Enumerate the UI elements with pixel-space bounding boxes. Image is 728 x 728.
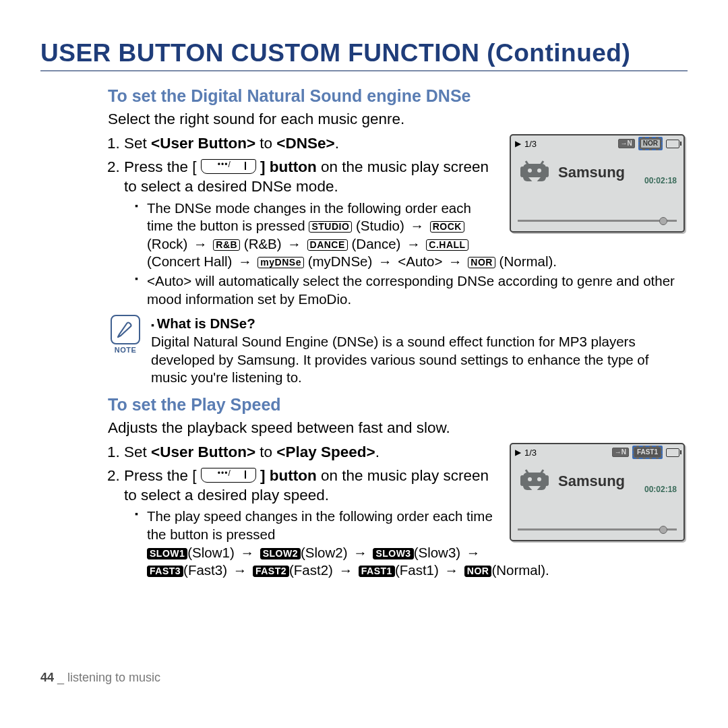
- tag-chall: C.HALL: [426, 239, 468, 251]
- tag-nor2: NOR: [464, 566, 492, 577]
- tag-slow3: SLOW3: [373, 548, 413, 559]
- play-icon: ▶: [515, 139, 521, 148]
- page-title: USER BUTTON CUSTOM FUNCTION (Continued): [40, 39, 688, 71]
- svg-point-11: [528, 477, 532, 481]
- tag-fast3: FAST3: [147, 566, 183, 577]
- elapsed-time: 00:02:18: [644, 176, 677, 185]
- arrow-indicator: →N: [612, 448, 629, 457]
- tag-studio: STUDIO: [309, 221, 352, 233]
- track-counter: 1/3: [524, 139, 537, 149]
- chapter-name: listening to music: [67, 671, 160, 684]
- page-footer: 44 _ listening to music: [40, 671, 160, 685]
- robot-icon: [516, 463, 553, 499]
- user-button-icon: [201, 159, 256, 174]
- svg-point-4: [537, 169, 541, 173]
- tag-rock: ROCK: [430, 221, 464, 233]
- page-number: 44: [40, 671, 54, 684]
- dnse-heading: To set the Digital Natural Sound engine …: [108, 86, 688, 106]
- note-question: What is DNSe?: [151, 315, 688, 333]
- tag-slow2: SLOW2: [260, 548, 301, 559]
- tag-dance: DANCE: [307, 239, 348, 251]
- svg-rect-10: [545, 475, 549, 486]
- dnse-indicator-highlight: NOR: [638, 137, 663, 150]
- robot-icon: [516, 154, 553, 191]
- playspeed-intro: Adjusts the playback speed between fast …: [108, 419, 688, 437]
- svg-rect-9: [520, 475, 524, 486]
- note-icon: [111, 315, 140, 344]
- tag-mydnse: myDNSe: [257, 257, 304, 268]
- dnse-intro: Select the right sound for each music ge…: [108, 110, 688, 129]
- playspeed-heading: To set the Play Speed: [108, 395, 688, 415]
- svg-rect-2: [545, 166, 549, 177]
- svg-point-12: [537, 477, 541, 481]
- svg-rect-1: [520, 166, 524, 177]
- speed-indicator-highlight: FAST1: [632, 446, 663, 459]
- svg-point-3: [528, 169, 532, 173]
- note-block: NOTE What is DNSe? Digital Natural Sound…: [108, 315, 688, 387]
- tag-fast1: FAST1: [359, 566, 395, 577]
- user-button-icon: [201, 468, 256, 483]
- tag-nor: NOR: [468, 257, 495, 268]
- playspeed-bullet-order: The play speed changes in the following …: [138, 508, 688, 580]
- note-label: NOTE: [108, 346, 143, 354]
- elapsed-time: 00:02:18: [644, 485, 677, 494]
- battery-icon: [666, 140, 679, 148]
- dnse-bullet-auto: <Auto> will automatically select the cor…: [138, 272, 688, 308]
- tag-slow1: SLOW1: [147, 548, 187, 559]
- play-icon: ▶: [515, 448, 521, 457]
- arrow-indicator: →N: [618, 139, 635, 148]
- track-counter: 1/3: [524, 448, 537, 458]
- tag-fast2: FAST2: [253, 566, 289, 577]
- note-body-text: Digital Natural Sound Engine (DNSe) is a…: [151, 333, 688, 387]
- dnse-bullet-order: The DNSe mode changes in the following o…: [138, 200, 688, 272]
- battery-icon: [666, 448, 679, 457]
- tag-rnb: R&B: [213, 239, 240, 251]
